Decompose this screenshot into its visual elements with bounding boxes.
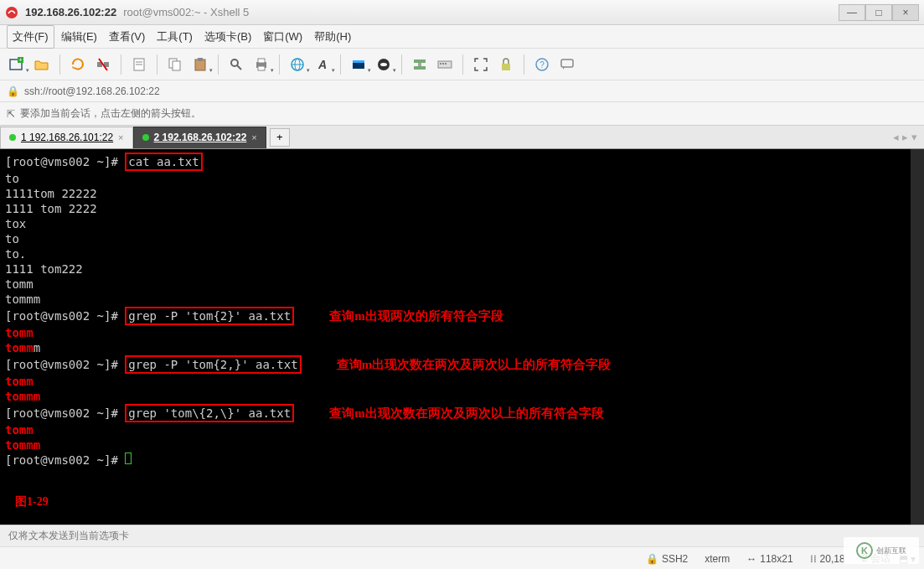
cursor-icon <box>125 453 132 464</box>
tab-prev-icon[interactable]: ◂ <box>893 131 899 143</box>
terminal-output: tomm <box>5 374 919 389</box>
svg-rect-30 <box>442 63 444 65</box>
reconnect-icon[interactable] <box>68 54 88 75</box>
help-icon[interactable]: ? <box>532 54 552 75</box>
svg-text:A: A <box>317 58 327 71</box>
menu-edit[interactable]: 编辑(E) <box>56 26 102 48</box>
titlebar: 192.168.26.102:22 root@vms002:~ - Xshell… <box>0 0 924 25</box>
statusbar: 🔒SSH2 xterm ↔118x21 ⁞⁞20,18 2 会话⬒ ▾ <box>0 546 924 569</box>
address-url[interactable]: ssh://root@192.168.26.102:22 <box>24 85 160 97</box>
chat-icon[interactable] <box>557 54 577 75</box>
window-title-main: 192.168.26.102:22 <box>25 6 116 18</box>
svg-rect-18 <box>258 66 265 70</box>
separator <box>157 54 157 75</box>
annotation: 查询m出现次数在两次及两次以上的所有符合字段 <box>337 358 612 371</box>
globe-icon[interactable]: ▾ <box>287 54 307 75</box>
menu-tab[interactable]: 选项卡(B) <box>199 26 256 48</box>
tab-next-icon[interactable]: ▸ <box>902 131 908 143</box>
status-dot-icon <box>142 134 149 141</box>
lock-small-icon: 🔒 <box>7 85 19 97</box>
separator <box>340 54 341 75</box>
terminal-output: tommm <box>5 437 919 453</box>
separator <box>524 54 524 75</box>
svg-rect-17 <box>258 59 265 63</box>
cmd-highlight: grep -P 'tom{2}' aa.txt <box>125 307 294 325</box>
figure-label: 图1-29 <box>15 494 49 510</box>
svg-rect-32 <box>502 64 510 70</box>
svg-rect-29 <box>440 63 441 65</box>
menu-window[interactable]: 窗口(W) <box>258 26 307 48</box>
status-size: ↔118x21 <box>746 553 792 565</box>
terminal-output: tommm <box>5 389 919 404</box>
terminal-output: tomm <box>5 422 919 437</box>
properties-icon[interactable] <box>129 54 149 75</box>
transfer-icon[interactable] <box>410 54 430 75</box>
cmd-highlight: grep -P 'tom{2,}' aa.txt <box>125 355 301 374</box>
tab-close-icon[interactable]: × <box>118 132 123 142</box>
terminal-output: tommm <box>5 340 919 355</box>
menu-view[interactable]: 查看(V) <box>104 26 150 48</box>
status-cursor: ⁞⁞20,18 <box>810 553 845 565</box>
status-protocol: 🔒SSH2 <box>646 553 688 565</box>
session-tab-1[interactable]: 1 192.168.26.101:22 × <box>0 127 133 148</box>
keyboard-icon[interactable] <box>435 54 455 75</box>
new-session-icon[interactable]: +▾ <box>7 54 27 75</box>
svg-text:?: ? <box>539 60 545 70</box>
terminal-output: to. <box>5 246 919 261</box>
menubar: 文件(F) 编辑(E) 查看(V) 工具(T) 选项卡(B) 窗口(W) 帮助(… <box>0 25 924 49</box>
print-icon[interactable]: ▾ <box>251 54 271 75</box>
tab-close-icon[interactable]: × <box>251 132 256 142</box>
tab-nav: ◂ ▸ ▾ <box>893 131 924 143</box>
terminal-output: to <box>5 231 919 246</box>
tab-label: 1 192.168.26.101:22 <box>21 132 113 143</box>
addressbar: 🔒 ssh://root@192.168.26.102:22 <box>0 80 924 102</box>
status-term: xterm <box>705 553 730 565</box>
scrollbar-vertical[interactable] <box>911 149 924 525</box>
open-folder-icon[interactable] <box>32 54 52 75</box>
font-icon[interactable]: A▾ <box>312 54 333 75</box>
disconnect-icon[interactable] <box>93 54 113 75</box>
separator <box>59 54 60 75</box>
script-icon[interactable]: ▾ <box>374 54 394 75</box>
send-mode-hint: 仅将文本发送到当前选项卡 <box>0 525 924 546</box>
terminal-output: to <box>5 171 919 186</box>
menu-help[interactable]: 帮助(H) <box>309 26 356 48</box>
terminal-output: tomm <box>5 325 919 340</box>
fullscreen-icon[interactable] <box>471 54 491 75</box>
terminal-output: tox <box>5 216 919 231</box>
svg-rect-27 <box>414 66 426 70</box>
close-button[interactable]: × <box>892 4 919 21</box>
hintbar: ⇱ 要添加当前会话，点击左侧的箭头按钮。 <box>0 102 924 126</box>
svg-rect-13 <box>198 58 203 61</box>
separator <box>401 54 402 75</box>
paste-icon[interactable]: ▾ <box>190 54 210 75</box>
annotation: 查询m出现次数在两次及两次以上的所有符合字段 <box>329 406 604 420</box>
terminal-output: tomm <box>5 277 919 292</box>
tab-menu-icon[interactable]: ▾ <box>911 131 917 143</box>
svg-rect-26 <box>414 59 426 63</box>
terminal[interactable]: [root@vms002 ~]# cat aa.txt to 1111tom 2… <box>0 149 924 525</box>
separator <box>279 54 280 75</box>
tab-add-button[interactable]: + <box>270 128 290 147</box>
annotation: 查询m出现两次的所有符合字段 <box>329 309 503 323</box>
lock-icon[interactable] <box>496 54 516 75</box>
terminal-output: 1111 tom222 <box>5 261 919 277</box>
svg-rect-31 <box>445 63 447 65</box>
separator <box>462 54 463 75</box>
color-scheme-icon[interactable]: ▾ <box>348 54 369 75</box>
watermark: K 创新互联 <box>844 537 919 564</box>
tab-label: 2 192.168.26.102:22 <box>154 132 247 143</box>
session-tab-2[interactable]: 2 192.168.26.102:22 × <box>133 127 266 148</box>
copy-icon[interactable] <box>165 54 185 75</box>
arrow-hint-icon[interactable]: ⇱ <box>7 108 15 120</box>
svg-text:+: + <box>18 57 22 63</box>
menu-tools[interactable]: 工具(T) <box>152 26 198 48</box>
minimize-button[interactable]: — <box>839 4 865 21</box>
maximize-button[interactable]: □ <box>865 4 892 21</box>
menu-file[interactable]: 文件(F) <box>7 25 54 49</box>
find-icon[interactable] <box>226 54 246 75</box>
cmd-highlight: cat aa.txt <box>125 153 202 171</box>
separator <box>121 54 121 75</box>
svg-line-15 <box>237 65 241 70</box>
toolbar: +▾ ▾ ▾ ▾ A▾ ▾ ▾ ? <box>0 49 924 80</box>
